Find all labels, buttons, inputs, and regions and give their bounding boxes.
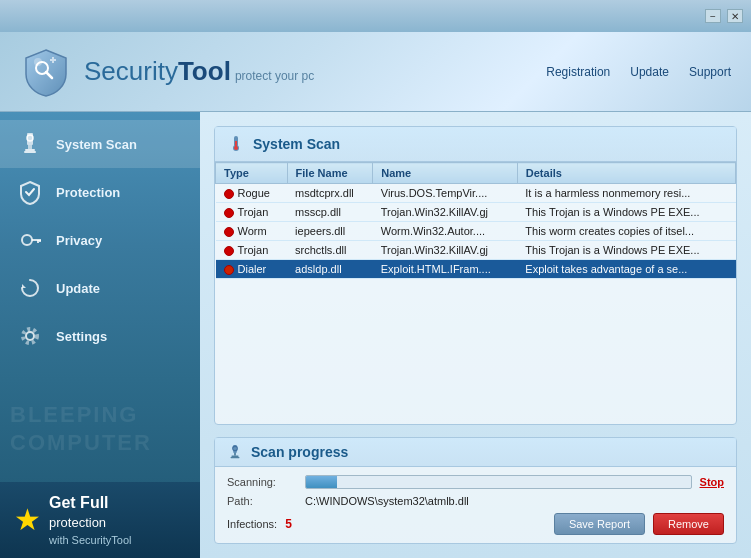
progress-body: Scanning: Stop Path: C:\WINDOWS\system32… [215, 467, 736, 543]
table-row[interactable]: Trojansrchctls.dllTrojan.Win32.KillAV.gj… [216, 241, 736, 260]
sidebar-item-privacy[interactable]: Privacy [0, 216, 200, 264]
microscope-small-icon [227, 444, 243, 460]
stop-button[interactable]: Stop [700, 476, 724, 488]
cell-type: Trojan [216, 241, 288, 260]
sidebar-item-update[interactable]: Update [0, 264, 200, 312]
cell-type: Rogue [216, 184, 288, 203]
svg-point-18 [234, 146, 238, 150]
cell-name: Exploit.HTML.IFram.... [373, 260, 518, 279]
scan-panel-header: System Scan [215, 127, 736, 162]
svg-point-8 [22, 235, 32, 245]
scanning-row: Scanning: Stop [227, 475, 724, 489]
update-link[interactable]: Update [630, 65, 669, 79]
table-row[interactable]: Trojanmsscp.dllTrojan.Win32.KillAV.gjThi… [216, 203, 736, 222]
scan-table-container: Type File Name Name Details Roguemsdtcpr… [215, 162, 736, 424]
threat-dot [224, 246, 234, 256]
scan-panel: System Scan Type File Name Name Details … [214, 126, 737, 425]
minimize-button[interactable]: − [705, 9, 721, 23]
threat-dot [224, 189, 234, 199]
sidebar-item-settings[interactable]: Settings [0, 312, 200, 360]
progress-bar-fill [306, 476, 337, 488]
cell-filename: msdtcprx.dll [287, 184, 373, 203]
header-nav: Registration Update Support [546, 65, 731, 79]
col-details: Details [517, 163, 735, 184]
infections-count: 5 [285, 517, 292, 531]
logo-area: SecurityTool protect your pc [20, 46, 314, 98]
infections-row: Infections: 5 Save Report Remove [227, 513, 724, 535]
sidebar-promo[interactable]: ★ Get Full protection with SecurityTool [0, 482, 200, 558]
scan-panel-title: System Scan [253, 136, 340, 152]
sidebar: System Scan Protection Pri [0, 112, 200, 558]
cell-type: Dialer [216, 260, 288, 279]
thermometer-icon [227, 135, 245, 153]
svg-point-2 [34, 58, 42, 66]
cell-details: This worm creates copies of itsel... [517, 222, 735, 241]
svg-rect-22 [231, 457, 240, 458]
sidebar-label-protection: Protection [56, 185, 120, 200]
cell-filename: iepeers.dll [287, 222, 373, 241]
main-layout: System Scan Protection Pri [0, 112, 751, 558]
scanning-label: Scanning: [227, 476, 297, 488]
watermark: BLEEPING COMPUTER [10, 401, 152, 458]
cell-filename: msscp.dll [287, 203, 373, 222]
close-button[interactable]: ✕ [727, 9, 743, 23]
cell-type: Worm [216, 222, 288, 241]
action-buttons: Save Report Remove [554, 513, 724, 535]
progress-panel: Scan progress Scanning: Stop Path: C:\WI… [214, 437, 737, 544]
save-report-button[interactable]: Save Report [554, 513, 645, 535]
threat-dot [224, 208, 234, 218]
logo-text: SecurityTool protect your pc [84, 56, 314, 87]
shield-icon [16, 178, 44, 206]
tagline: protect your pc [235, 69, 314, 83]
refresh-icon [16, 274, 44, 302]
cell-details: Exploit takes advantage of a se... [517, 260, 735, 279]
table-row[interactable]: Dialeradsldp.dllExploit.HTML.IFram....Ex… [216, 260, 736, 279]
col-type: Type [216, 163, 288, 184]
cell-name: Virus.DOS.TempVir.... [373, 184, 518, 203]
microscope-icon [16, 130, 44, 158]
sidebar-label-privacy: Privacy [56, 233, 102, 248]
svg-marker-12 [22, 284, 26, 288]
progress-header: Scan progress [215, 438, 736, 467]
svg-rect-20 [234, 453, 236, 456]
progress-bar [305, 475, 692, 489]
cell-filename: adsldp.dll [287, 260, 373, 279]
scan-table: Type File Name Name Details Roguemsdtcpr… [215, 162, 736, 279]
logo-icon [20, 46, 72, 98]
key-icon [16, 226, 44, 254]
sidebar-label-system-scan: System Scan [56, 137, 137, 152]
cell-type: Trojan [216, 203, 288, 222]
col-name: Name [373, 163, 518, 184]
svg-rect-4 [28, 145, 32, 149]
threat-dot [224, 227, 234, 237]
sidebar-label-settings: Settings [56, 329, 107, 344]
path-label: Path: [227, 495, 297, 507]
remove-button[interactable]: Remove [653, 513, 724, 535]
col-filename: File Name [287, 163, 373, 184]
svg-rect-6 [24, 151, 36, 153]
svg-point-13 [26, 332, 34, 340]
sidebar-item-system-scan[interactable]: System Scan [0, 120, 200, 168]
star-icon: ★ [14, 505, 41, 535]
gear-icon [16, 322, 44, 350]
title-bar: − ✕ [0, 0, 751, 32]
svg-rect-21 [231, 456, 238, 457]
cell-details: This Trojan is a Windows PE EXE... [517, 241, 735, 260]
header: SecurityTool protect your pc Registratio… [0, 32, 751, 112]
cell-filename: srchctls.dll [287, 241, 373, 260]
sidebar-item-protection[interactable]: Protection [0, 168, 200, 216]
promo-protection: protection [49, 514, 132, 532]
table-row[interactable]: Wormiepeers.dllWorm.Win32.Autor....This … [216, 222, 736, 241]
cell-details: This Trojan is a Windows PE EXE... [517, 203, 735, 222]
cell-name: Trojan.Win32.KillAV.gj [373, 203, 518, 222]
logo-tool: Tool [178, 56, 231, 87]
path-row: Path: C:\WINDOWS\system32\atmlb.dll [227, 495, 724, 507]
table-row[interactable]: Roguemsdtcprx.dllVirus.DOS.TempVir....It… [216, 184, 736, 203]
infections-label: Infections: [227, 518, 277, 530]
cell-details: It is a harmless nonmemory resi... [517, 184, 735, 203]
support-link[interactable]: Support [689, 65, 731, 79]
registration-link[interactable]: Registration [546, 65, 610, 79]
sidebar-label-update: Update [56, 281, 100, 296]
progress-panel-title: Scan progress [251, 444, 348, 460]
logo-security: Security [84, 56, 178, 87]
